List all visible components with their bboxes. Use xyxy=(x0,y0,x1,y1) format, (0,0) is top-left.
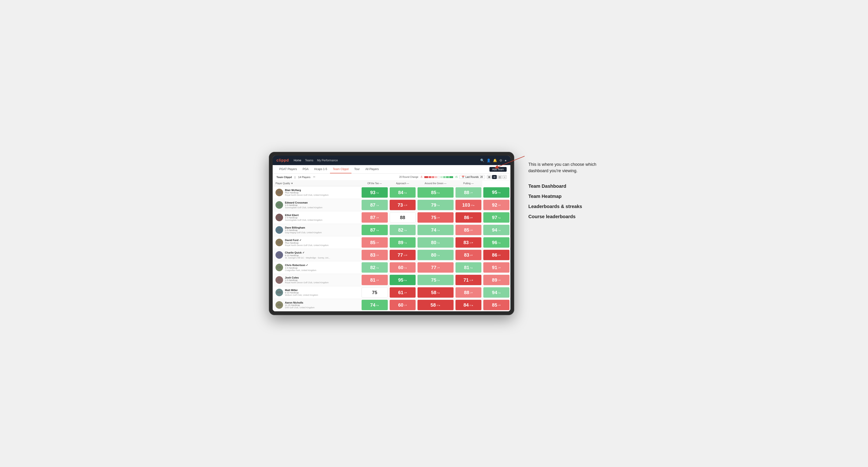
tab-team-clippd[interactable]: Team Clippd xyxy=(330,165,351,173)
score-box: 71 11▼ xyxy=(456,275,482,285)
tab-all-players[interactable]: All Players xyxy=(363,165,382,173)
col-header-approach[interactable]: Approach — xyxy=(389,181,417,186)
score-value: 88 xyxy=(464,190,469,195)
score-box: 77 14▼ xyxy=(390,250,416,260)
col-header-off-tee[interactable]: Off the Tee — xyxy=(361,181,389,186)
player-info: Charlie Quick ✓ 6-10 Handicap St. George… xyxy=(285,251,330,259)
player-cell-3[interactable]: DB Dave Billingham 1-5 Handicap Gog Mago… xyxy=(273,224,361,236)
score-box: 80 3▲ xyxy=(417,237,454,248)
score-value: 94 xyxy=(492,290,497,295)
player-info: Blair McHarg Plus Handicap Royal North D… xyxy=(285,189,329,196)
view-btn-heatmap[interactable]: ◫ xyxy=(497,175,502,179)
score-quality-9: 74 8▲ xyxy=(361,299,389,311)
score-change: 10▼ xyxy=(469,242,473,244)
score-value: 75 xyxy=(372,290,377,295)
nav-home[interactable]: Home xyxy=(294,158,301,163)
score-box: 95 8▲ xyxy=(390,275,416,285)
score-value: 95 xyxy=(492,190,497,195)
search-icon[interactable]: 🔍 xyxy=(480,158,484,162)
score-approach-4: 80 3▲ xyxy=(416,236,455,249)
score-change: 3▼ xyxy=(470,229,473,231)
score-box: 75 3▼ xyxy=(417,212,454,223)
score-change: 2▲ xyxy=(437,279,440,281)
last-rounds-button[interactable]: 📅 Last Rounds: 20 xyxy=(460,175,485,179)
range-high: +5 xyxy=(455,176,458,178)
tab-tour[interactable]: Tour xyxy=(351,165,363,173)
nav-teams[interactable]: Teams xyxy=(305,158,313,163)
col-header-player[interactable]: Player Quality ▼ xyxy=(273,181,361,186)
tab-hcaps[interactable]: Hcaps 1-5 xyxy=(311,165,330,173)
tab-pgat-players[interactable]: PGAT Players xyxy=(276,165,300,173)
score-value: 82 xyxy=(370,265,375,270)
edit-icon[interactable]: ✏ xyxy=(313,176,315,179)
score-putting-7: 89 2▼ xyxy=(483,274,510,286)
player-cell-1[interactable]: EC Edward Crossman 1-5 Handicap Sunningd… xyxy=(273,199,361,211)
player-cell-9[interactable]: AN Aaron Nicholls 11-15 Handicap Drift G… xyxy=(273,299,361,311)
player-handicap: 1-5 Handicap xyxy=(285,229,322,231)
score-box: 89 7▲ xyxy=(390,237,416,248)
player-club: Gog Magog Golf Club, United Kingdom xyxy=(285,231,322,234)
score-approach-0: 85 8▲ xyxy=(416,186,455,199)
score-box: 83 3▼ xyxy=(362,250,388,260)
player-club: St. George's Hill GC - Weybridge - Surre… xyxy=(285,257,330,259)
col-header-around-green[interactable]: Around the Green — xyxy=(416,181,455,186)
player-name: David Ford ✓ xyxy=(285,239,329,242)
player-info: Edward Crossman 1-5 Handicap Sunningdale… xyxy=(285,201,322,209)
player-cell-2[interactable]: EE Elliot Ebert 1-5 Handicap Sunningdale… xyxy=(273,211,361,224)
player-cell-0[interactable]: BM Blair McHarg Plus Handicap Royal Nort… xyxy=(273,186,361,199)
player-cell-5[interactable]: CQ Charlie Quick ✓ 6-10 Handicap St. Geo… xyxy=(273,249,361,261)
score-around_green-9: 84 21▲ xyxy=(455,299,483,311)
score-value: 93 xyxy=(370,190,375,195)
score-change: 15▲ xyxy=(471,204,475,206)
score-box: 60 1▼ xyxy=(390,300,416,310)
score-quality-5: 83 3▼ xyxy=(361,249,389,261)
avatar: MM xyxy=(276,289,283,296)
player-cell-4[interactable]: DF David Ford ✓ Plus Handicap Royal Nort… xyxy=(273,236,361,249)
score-quality-8: 75 xyxy=(361,286,389,299)
color-bar xyxy=(424,176,453,178)
score-change: 3▼ xyxy=(404,292,407,294)
score-off_tee-6: 60 2▲ xyxy=(389,261,417,274)
score-value: 86 xyxy=(464,215,469,220)
player-cell-8[interactable]: MM Matt Miller 6-10 Handicap Woburn Golf… xyxy=(273,286,361,299)
svg-line-0 xyxy=(496,156,525,167)
score-value: 87 xyxy=(370,203,375,208)
score-off_tee-1: 73 11▼ xyxy=(389,199,417,211)
tab-pga[interactable]: PGA xyxy=(300,165,311,173)
avatar: DB xyxy=(276,226,283,234)
score-change: 1▲ xyxy=(376,204,379,206)
col-header-putting[interactable]: Putting — xyxy=(455,181,483,186)
view-btn-download[interactable]: ↓ xyxy=(503,175,507,179)
tablet-frame: clippd Home Teams My Performance 🔍 👤 🔔 ⚙… xyxy=(269,152,514,315)
table-container: Player Quality ▼ Off the Tee — Approach … xyxy=(273,181,510,311)
player-cell-6[interactable]: CR Chris Robertson ✓ 1-5 Handicap Craigm… xyxy=(273,261,361,274)
score-quality-6: 82 3▲ xyxy=(361,261,389,274)
score-change: 3▼ xyxy=(437,217,440,219)
score-change: 14▼ xyxy=(404,254,408,256)
view-btn-list[interactable]: ⊞ xyxy=(487,175,492,179)
score-around_green-7: 71 11▼ xyxy=(455,274,483,286)
player-club: Woburn Golf Club, United Kingdom xyxy=(285,294,318,296)
score-box: 81 3▼ xyxy=(362,275,388,285)
nav-my-performance[interactable]: My Performance xyxy=(317,158,338,163)
score-off_tee-3: 82 4▲ xyxy=(389,224,417,236)
player-cell-7[interactable]: JC Josh Coles 1-5 Handicap Royal North D… xyxy=(273,274,361,286)
score-box: 74 8▲ xyxy=(362,300,388,310)
table-row: BM Blair McHarg Plus Handicap Royal Nort… xyxy=(273,186,510,199)
score-value: 58 xyxy=(431,302,436,308)
player-club: Sunningdale Golf Club, United Kingdom xyxy=(285,206,322,209)
score-value: 84 xyxy=(398,190,403,195)
score-value: 74 xyxy=(431,227,436,233)
table-row: JC Josh Coles 1-5 Handicap Royal North D… xyxy=(273,274,510,286)
score-change: 4▲ xyxy=(437,292,440,294)
score-change: 1▲ xyxy=(437,254,440,256)
score-quality-4: 85 3▼ xyxy=(361,236,389,249)
score-quality-3: 87 4▲ xyxy=(361,224,389,236)
player-handicap: 11-15 Handicap xyxy=(285,304,315,306)
score-approach-1: 79 9▲ xyxy=(416,199,455,211)
score-change: 1▼ xyxy=(470,192,473,194)
player-name: Matt Miller xyxy=(285,289,318,291)
view-btn-grid[interactable]: ⊟ xyxy=(492,175,497,179)
score-box: 94 1▲ xyxy=(483,225,509,235)
score-change: 8▲ xyxy=(437,192,440,194)
